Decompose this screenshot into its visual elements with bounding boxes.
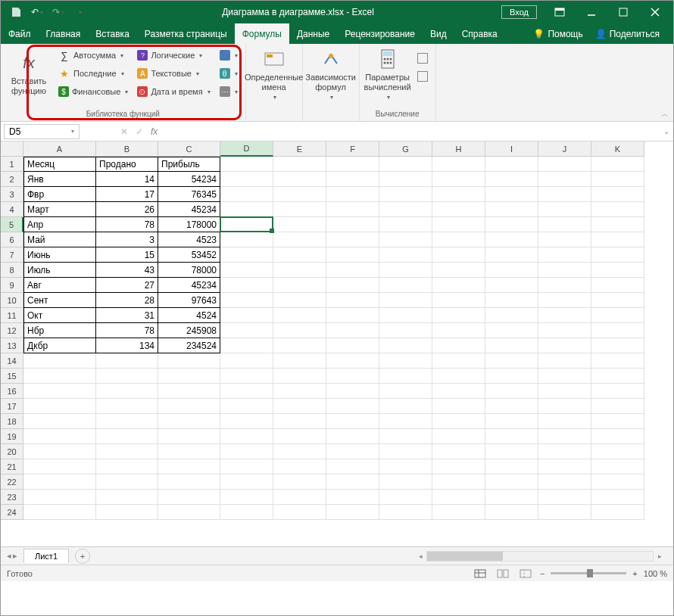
cell[interactable] bbox=[432, 323, 485, 338]
cell[interactable] bbox=[485, 384, 538, 399]
cell[interactable] bbox=[538, 217, 591, 232]
cell[interactable] bbox=[158, 414, 220, 429]
cell[interactable] bbox=[273, 399, 326, 414]
cell[interactable] bbox=[273, 278, 326, 293]
cell[interactable] bbox=[326, 338, 379, 353]
cell[interactable] bbox=[273, 263, 326, 278]
cell[interactable] bbox=[591, 459, 644, 474]
cell[interactable] bbox=[273, 474, 326, 490]
horizontal-scrollbar[interactable] bbox=[426, 551, 654, 562]
cell[interactable] bbox=[432, 369, 485, 384]
cell[interactable] bbox=[220, 399, 273, 414]
zoom-in-button[interactable]: + bbox=[632, 569, 637, 578]
cell[interactable] bbox=[326, 505, 379, 520]
cell[interactable]: 245908 bbox=[158, 323, 220, 338]
logical-button[interactable]: ?Логические▾ bbox=[134, 47, 213, 64]
share-button[interactable]: 👤Поделиться bbox=[591, 29, 664, 39]
cell[interactable] bbox=[432, 202, 485, 217]
cell[interactable] bbox=[273, 353, 326, 369]
cell[interactable]: 4524 bbox=[158, 308, 220, 323]
tab-рецензирование[interactable]: Рецензирование bbox=[337, 23, 423, 44]
cell[interactable] bbox=[326, 217, 379, 232]
cell[interactable]: 45234 bbox=[158, 202, 220, 217]
cell[interactable]: Фвр bbox=[23, 187, 96, 202]
tab-формулы[interactable]: Формулы bbox=[235, 23, 289, 44]
cell[interactable] bbox=[485, 505, 538, 520]
cell[interactable]: Июнь bbox=[23, 247, 96, 263]
cell[interactable] bbox=[538, 232, 591, 247]
cell[interactable]: Дкбр bbox=[23, 338, 96, 353]
insert-function-button[interactable]: fx Вставить функцию bbox=[5, 47, 52, 100]
cell[interactable] bbox=[432, 157, 485, 172]
cell[interactable] bbox=[538, 429, 591, 444]
cell[interactable] bbox=[432, 444, 485, 459]
cell[interactable] bbox=[158, 444, 220, 459]
cell[interactable] bbox=[273, 505, 326, 520]
row-header[interactable]: 8 bbox=[1, 263, 23, 278]
cell[interactable] bbox=[591, 338, 644, 353]
col-header[interactable]: F bbox=[326, 142, 379, 157]
zoom-slider[interactable] bbox=[551, 572, 626, 574]
financial-button[interactable]: $Финансовые▾ bbox=[55, 83, 131, 100]
cell[interactable] bbox=[379, 429, 432, 444]
cell[interactable]: 78 bbox=[96, 217, 158, 232]
cell[interactable] bbox=[326, 490, 379, 505]
cell[interactable]: 4523 bbox=[158, 232, 220, 247]
defined-names-button[interactable]: Определенные имена▾ bbox=[251, 47, 298, 101]
cell[interactable] bbox=[273, 202, 326, 217]
cell[interactable] bbox=[379, 490, 432, 505]
cell[interactable] bbox=[379, 187, 432, 202]
cell[interactable] bbox=[273, 172, 326, 187]
cell[interactable]: 14 bbox=[96, 172, 158, 187]
page-layout-view-icon[interactable] bbox=[495, 567, 511, 580]
cell[interactable] bbox=[591, 232, 644, 247]
row-header[interactable]: 9 bbox=[1, 278, 23, 293]
cell[interactable] bbox=[158, 429, 220, 444]
cell[interactable] bbox=[23, 459, 96, 474]
cell[interactable]: Апр bbox=[23, 217, 96, 232]
tab-данные[interactable]: Данные bbox=[289, 23, 337, 44]
cell[interactable] bbox=[220, 232, 273, 247]
cell[interactable] bbox=[220, 172, 273, 187]
cell[interactable] bbox=[326, 444, 379, 459]
ribbon-display-icon[interactable] bbox=[545, 1, 575, 23]
cell[interactable] bbox=[273, 247, 326, 263]
cell[interactable] bbox=[591, 323, 644, 338]
cell[interactable] bbox=[485, 474, 538, 490]
maximize-icon[interactable] bbox=[608, 1, 638, 23]
cell[interactable] bbox=[538, 490, 591, 505]
zoom-level[interactable]: 100 % bbox=[644, 569, 667, 578]
close-icon[interactable] bbox=[640, 1, 670, 23]
cell[interactable] bbox=[591, 217, 644, 232]
cell[interactable] bbox=[273, 384, 326, 399]
cell[interactable]: 45234 bbox=[158, 278, 220, 293]
cell[interactable] bbox=[220, 247, 273, 263]
signin-button[interactable]: Вход bbox=[501, 5, 537, 19]
cell[interactable] bbox=[432, 247, 485, 263]
cell[interactable] bbox=[485, 429, 538, 444]
tab-файл[interactable]: Файл bbox=[1, 23, 39, 44]
cell[interactable] bbox=[379, 384, 432, 399]
cell[interactable] bbox=[273, 369, 326, 384]
cell[interactable] bbox=[326, 157, 379, 172]
cell[interactable] bbox=[273, 232, 326, 247]
select-all-button[interactable] bbox=[1, 142, 23, 157]
cell[interactable] bbox=[273, 490, 326, 505]
expand-formula-bar-icon[interactable]: ⌄ bbox=[660, 127, 673, 135]
cell[interactable]: 234524 bbox=[158, 338, 220, 353]
cell[interactable] bbox=[538, 323, 591, 338]
cell[interactable]: 53452 bbox=[158, 247, 220, 263]
row-header[interactable]: 24 bbox=[1, 505, 23, 520]
tab-главная[interactable]: Главная bbox=[39, 23, 89, 44]
cell[interactable] bbox=[158, 369, 220, 384]
cell[interactable] bbox=[379, 505, 432, 520]
spreadsheet-grid[interactable]: ABCDEFGHIJK 1234567891011121314151617181… bbox=[1, 142, 673, 546]
cell[interactable]: 15 bbox=[96, 247, 158, 263]
cell[interactable] bbox=[591, 247, 644, 263]
row-header[interactable]: 14 bbox=[1, 353, 23, 369]
cell[interactable] bbox=[591, 353, 644, 369]
cell[interactable] bbox=[273, 444, 326, 459]
tab-справка[interactable]: Справка bbox=[454, 23, 505, 44]
cell[interactable] bbox=[591, 278, 644, 293]
cell[interactable] bbox=[158, 459, 220, 474]
